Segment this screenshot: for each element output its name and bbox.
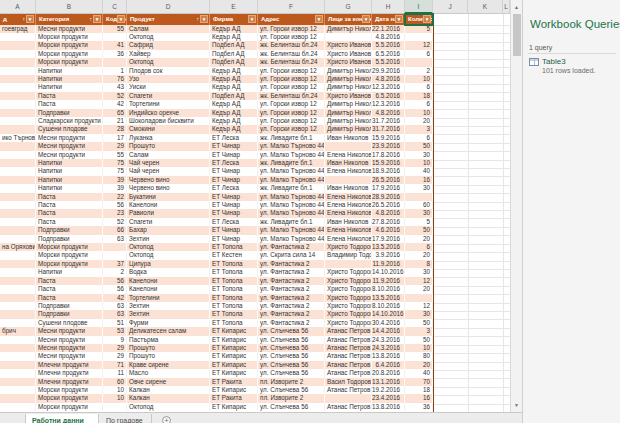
cell[interactable]: Овче сирене bbox=[127, 378, 210, 386]
table-header-cell-3[interactable]: Продукт↑▾ bbox=[127, 14, 210, 25]
cell[interactable] bbox=[0, 302, 36, 310]
cell[interactable]: 10 bbox=[103, 386, 127, 394]
cell[interactable]: Христо Тодоров bbox=[325, 302, 372, 310]
cell[interactable] bbox=[0, 142, 36, 150]
cell[interactable]: 12.3.2016 bbox=[372, 83, 405, 91]
cell[interactable]: Месни продукти bbox=[36, 352, 103, 360]
cell[interactable]: Фурми bbox=[127, 319, 210, 327]
cell[interactable]: Узо bbox=[127, 75, 210, 83]
cell[interactable]: ул. Малко Търново 44 bbox=[258, 151, 325, 159]
cell[interactable]: Деликатесен салам bbox=[127, 327, 210, 335]
cell[interactable] bbox=[0, 386, 36, 394]
cell[interactable]: 75 bbox=[103, 167, 127, 175]
filter-dropdown-icon[interactable]: ▾ bbox=[26, 15, 34, 23]
cell[interactable]: Подправки bbox=[36, 302, 103, 310]
cell[interactable]: Паста bbox=[36, 218, 103, 226]
cell[interactable]: Зехтин bbox=[127, 302, 210, 310]
cell[interactable]: Калкан bbox=[127, 386, 210, 394]
filter-dropdown-icon[interactable]: ▾ bbox=[117, 15, 125, 23]
cell[interactable] bbox=[0, 92, 36, 100]
cell[interactable]: Прошуто bbox=[127, 142, 210, 150]
cell[interactable] bbox=[0, 33, 36, 41]
cell[interactable]: ЕТ Чинар bbox=[210, 142, 258, 150]
cell[interactable]: ул. Фантастика 2 bbox=[258, 285, 325, 293]
cell[interactable]: 16 bbox=[405, 176, 433, 184]
cell[interactable]: Иван Николов bbox=[325, 184, 372, 192]
cell[interactable] bbox=[0, 378, 36, 386]
cell[interactable]: ЕТ Леска bbox=[210, 184, 258, 192]
cell[interactable] bbox=[0, 403, 36, 411]
cell[interactable]: Месни продукти bbox=[36, 336, 103, 344]
cell[interactable]: Напитки bbox=[36, 67, 103, 75]
cell[interactable]: Елена Николова bbox=[325, 151, 372, 159]
cell[interactable]: 41 bbox=[103, 41, 127, 49]
cell[interactable]: 20.8.2016 bbox=[372, 369, 405, 377]
cell[interactable]: ул. Малко Търново 44 bbox=[258, 193, 325, 201]
cell[interactable]: Паста bbox=[36, 294, 103, 302]
cell[interactable]: ЕТ Чинар bbox=[210, 235, 258, 243]
cell[interactable]: ул. Горски извор 12 bbox=[258, 83, 325, 91]
cell[interactable]: ЕТ Чинар bbox=[210, 201, 258, 209]
cell[interactable]: 12 bbox=[405, 41, 433, 49]
cell[interactable]: пл. Изворите 2 bbox=[258, 394, 325, 402]
scroll-up-icon[interactable]: ▲ bbox=[511, 1, 522, 13]
cell[interactable]: Напитки bbox=[36, 75, 103, 83]
cell[interactable]: Октопод bbox=[127, 243, 210, 251]
cell[interactable]: ЕТ Топола bbox=[210, 310, 258, 318]
cell[interactable]: 11.9.2016 bbox=[372, 260, 405, 268]
cell[interactable] bbox=[405, 193, 433, 201]
cell[interactable]: Луканка bbox=[127, 134, 210, 142]
cell[interactable]: 13.1.2016 bbox=[372, 378, 405, 386]
cell[interactable]: жк. Ливадите бл.1 bbox=[258, 159, 325, 167]
cell[interactable]: Подправки bbox=[36, 226, 103, 234]
cell[interactable]: Подбел АД bbox=[210, 50, 258, 58]
cell[interactable]: Морски продукти bbox=[36, 41, 103, 49]
cell[interactable]: ЕТ Топола bbox=[210, 277, 258, 285]
filter-dropdown-icon[interactable]: ▾ bbox=[315, 15, 323, 23]
cell[interactable]: Кедър АД bbox=[210, 109, 258, 117]
cell[interactable]: Хайвер bbox=[127, 50, 210, 58]
cell[interactable] bbox=[0, 58, 36, 66]
cell[interactable]: 15.9.2016 bbox=[372, 134, 405, 142]
cell[interactable]: жк. Белинташ бл.24 bbox=[258, 58, 325, 66]
cell[interactable]: Сушени плодове bbox=[36, 125, 103, 133]
cell[interactable] bbox=[0, 394, 36, 402]
cell[interactable]: ЕТ Леска bbox=[210, 218, 258, 226]
cell[interactable]: Морски продукти bbox=[36, 50, 103, 58]
cell[interactable]: 28 bbox=[103, 125, 127, 133]
cell[interactable]: Кедър АД bbox=[210, 67, 258, 75]
cell[interactable] bbox=[0, 294, 36, 302]
cell[interactable]: 22.1.2016 bbox=[372, 25, 405, 33]
cell[interactable]: ЕТ Кипарис bbox=[210, 386, 258, 394]
cell[interactable]: жк. Ливадите бл.1 bbox=[258, 184, 325, 192]
cell[interactable]: ул. Фантастика 2 bbox=[258, 319, 325, 327]
cell[interactable]: 29.9.2016 bbox=[372, 67, 405, 75]
cell[interactable] bbox=[103, 243, 127, 251]
cell[interactable]: 4.8.2016 bbox=[372, 209, 405, 217]
cell[interactable]: ул. Слънчева 56 bbox=[258, 403, 325, 411]
cell[interactable]: ул. Горски извор 12 bbox=[258, 125, 325, 133]
cell[interactable]: 26.5.2016 bbox=[372, 201, 405, 209]
cell[interactable]: 80 bbox=[405, 352, 433, 360]
cell[interactable]: Димитър Николов bbox=[325, 117, 372, 125]
cell[interactable]: 23.9.2016 bbox=[372, 142, 405, 150]
cell[interactable] bbox=[0, 41, 36, 49]
cell[interactable] bbox=[0, 251, 36, 259]
cell[interactable]: Канелони bbox=[127, 201, 210, 209]
cell[interactable]: Букатини bbox=[127, 193, 210, 201]
cell[interactable]: Паста bbox=[36, 209, 103, 217]
cell[interactable]: Октопод bbox=[127, 251, 210, 259]
cell[interactable]: ЕТ Кестен bbox=[210, 251, 258, 259]
cell[interactable]: ЕТ Кипарис bbox=[210, 344, 258, 352]
cell[interactable]: 19.2.2016 bbox=[372, 386, 405, 394]
cell[interactable]: жк. Ливадите бл.1 bbox=[258, 134, 325, 142]
cell[interactable]: Салам bbox=[127, 25, 210, 33]
cell[interactable]: ул. Малко Търново 44 bbox=[258, 167, 325, 175]
cell[interactable]: 8.10.2016 bbox=[372, 302, 405, 310]
cell[interactable]: Октопод bbox=[127, 58, 210, 66]
cell[interactable]: ул. Фантастика 2 bbox=[258, 302, 325, 310]
cell[interactable]: Подбел АД bbox=[210, 58, 258, 66]
filter-dropdown-icon[interactable]: ▾ bbox=[362, 15, 370, 23]
cell[interactable]: 4.8.2016 bbox=[372, 75, 405, 83]
cell[interactable] bbox=[325, 33, 372, 41]
